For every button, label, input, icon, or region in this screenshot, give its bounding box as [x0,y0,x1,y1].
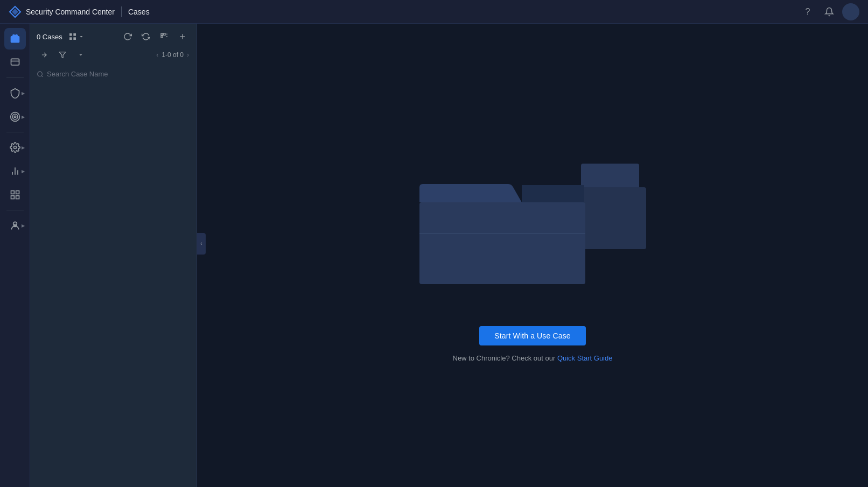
empty-state-illustration [414,149,651,294]
svg-rect-22 [164,33,165,35]
svg-rect-13 [16,196,19,199]
main-content: Start With a Use Case New to Chronicle? … [197,24,868,487]
svg-rect-17 [69,33,72,36]
group-button[interactable] [157,29,172,44]
logo-icon [9,5,22,18]
sidebar-item-security[interactable]: ▶ [4,82,26,104]
svg-line-31 [41,75,43,76]
search-input[interactable] [47,70,190,78]
svg-rect-20 [73,37,76,40]
refresh-button[interactable] [120,29,135,44]
pagination: ‹ 1-0 of 0 › [155,50,190,60]
filter-chevron-button[interactable] [73,47,88,62]
sidebar-item-reports[interactable]: ▶ [4,160,26,182]
view-toggle-button[interactable] [66,31,87,43]
next-page-button[interactable]: › [186,50,190,60]
filter-button[interactable] [55,47,70,62]
cta-description: New to Chronicle? Check out our Quick St… [453,354,613,362]
svg-rect-14 [11,196,14,199]
svg-rect-36 [522,185,584,202]
svg-rect-21 [161,33,163,35]
svg-rect-34 [419,202,585,284]
folder-svg [414,149,651,294]
svg-marker-29 [59,52,66,58]
svg-rect-18 [73,33,76,36]
cases-count: 0 Cases [37,33,62,41]
sidebar-divider-3 [6,210,24,210]
search-box [30,67,197,81]
search-icon [37,70,44,78]
sidebar: ▶ ▶ ▶ ▶ [0,24,30,487]
notifications-button[interactable] [821,3,838,20]
collapse-panel-button[interactable]: ‹ [197,233,206,255]
sidebar-item-dashboard[interactable] [4,184,26,206]
nav-divider [121,6,122,17]
cta-text-prefix: New to Chronicle? Check out our [453,354,557,362]
help-button[interactable]: ? [799,3,816,20]
cases-panel: 0 Cases [30,24,197,487]
sidebar-divider-2 [6,132,24,132]
sidebar-item-settings[interactable]: ▶ [4,137,26,158]
user-avatar[interactable] [842,3,859,20]
filter-edit-button[interactable] [37,47,52,62]
svg-point-30 [38,72,43,76]
top-nav: Security Command Center Cases ? [0,0,868,24]
quick-start-link[interactable]: Quick Start Guide [557,354,613,362]
start-use-case-button[interactable]: Start With a Use Case [479,326,585,345]
add-button[interactable] [175,29,190,44]
svg-marker-1 [12,9,18,15]
cases-toolbar-2: ‹ 1-0 of 0 › [30,47,197,67]
page-title: Cases [128,8,150,16]
svg-rect-19 [69,37,72,40]
svg-rect-12 [16,191,19,194]
svg-point-7 [13,146,16,149]
pagination-text: 1-0 of 0 [162,51,184,59]
sidebar-divider-1 [6,77,24,78]
sidebar-item-admin[interactable]: ▶ [4,215,26,236]
sidebar-item-alerts[interactable] [4,52,26,73]
sidebar-item-radar[interactable]: ▶ [4,106,26,128]
svg-point-6 [14,116,16,117]
nav-actions: ? [799,3,859,20]
svg-point-5 [12,114,18,119]
svg-rect-2 [11,59,19,65]
prev-page-button[interactable]: ‹ [155,50,159,60]
svg-rect-23 [161,36,163,38]
cta-section: Start With a Use Case New to Chronicle? … [453,326,613,362]
cases-toolbar: 0 Cases [30,24,197,47]
svg-rect-11 [11,191,14,194]
sidebar-item-cases[interactable] [4,28,26,50]
sync-button[interactable] [138,29,153,44]
app-name: Security Command Center [26,8,115,16]
app-logo: Security Command Center [9,5,115,18]
